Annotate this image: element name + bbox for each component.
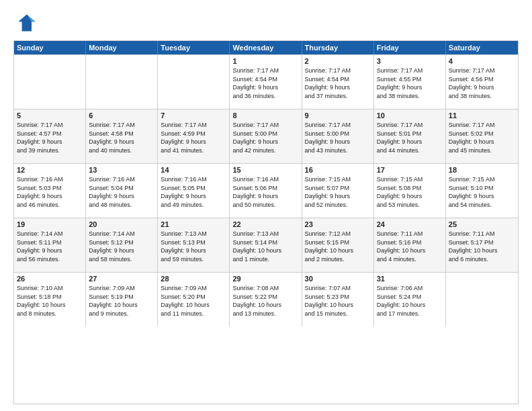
logo — [13, 11, 40, 35]
calendar-cell: 5Sunrise: 7:17 AM Sunset: 4:57 PM Daylig… — [14, 109, 86, 163]
calendar-cell: 21Sunrise: 7:13 AM Sunset: 5:13 PM Dayli… — [158, 218, 230, 272]
day-info: Sunrise: 7:17 AM Sunset: 5:01 PM Dayligh… — [377, 121, 443, 154]
calendar-cell: 10Sunrise: 7:17 AM Sunset: 5:01 PM Dayli… — [374, 109, 446, 163]
day-number: 4 — [449, 57, 515, 65]
day-number: 25 — [449, 220, 515, 228]
day-number: 29 — [232, 275, 298, 283]
calendar-week-1: 1Sunrise: 7:17 AM Sunset: 4:54 PM Daylig… — [14, 54, 518, 109]
day-info: Sunrise: 7:17 AM Sunset: 4:54 PM Dayligh… — [232, 66, 298, 100]
calendar-cell: 16Sunrise: 7:15 AM Sunset: 5:07 PM Dayli… — [302, 164, 374, 218]
calendar-cell: 20Sunrise: 7:14 AM Sunset: 5:12 PM Dayli… — [86, 218, 158, 272]
calendar-cell: 12Sunrise: 7:16 AM Sunset: 5:03 PM Dayli… — [14, 164, 86, 218]
day-info: Sunrise: 7:17 AM Sunset: 5:00 PM Dayligh… — [305, 121, 371, 154]
day-info: Sunrise: 7:11 AM Sunset: 5:17 PM Dayligh… — [449, 230, 515, 263]
day-info: Sunrise: 7:15 AM Sunset: 5:08 PM Dayligh… — [377, 175, 443, 209]
day-number: 6 — [89, 111, 154, 120]
day-number: 7 — [161, 111, 226, 120]
calendar: SundayMondayTuesdayWednesdayThursdayFrid… — [13, 40, 519, 404]
calendar-cell: 28Sunrise: 7:09 AM Sunset: 5:20 PM Dayli… — [158, 273, 230, 326]
day-number: 14 — [161, 166, 226, 174]
day-number: 27 — [89, 275, 154, 283]
weekday-header-tuesday: Tuesday — [158, 41, 230, 54]
calendar-cell: 17Sunrise: 7:15 AM Sunset: 5:08 PM Dayli… — [374, 164, 446, 218]
day-info: Sunrise: 7:09 AM Sunset: 5:20 PM Dayligh… — [161, 284, 226, 318]
header — [13, 11, 519, 35]
day-info: Sunrise: 7:16 AM Sunset: 5:04 PM Dayligh… — [89, 175, 154, 209]
day-number: 5 — [17, 111, 83, 120]
weekday-header-saturday: Saturday — [446, 41, 518, 54]
day-number: 3 — [377, 57, 443, 65]
day-number: 2 — [305, 57, 371, 65]
day-number: 31 — [377, 275, 443, 283]
day-number: 11 — [449, 111, 515, 120]
calendar-cell: 30Sunrise: 7:07 AM Sunset: 5:23 PM Dayli… — [302, 273, 374, 326]
calendar-cell: 26Sunrise: 7:10 AM Sunset: 5:18 PM Dayli… — [14, 273, 86, 326]
weekday-header-monday: Monday — [86, 41, 158, 54]
calendar-cell: 24Sunrise: 7:11 AM Sunset: 5:16 PM Dayli… — [374, 218, 446, 272]
calendar-cell: 23Sunrise: 7:12 AM Sunset: 5:15 PM Dayli… — [302, 218, 374, 272]
day-info: Sunrise: 7:16 AM Sunset: 5:03 PM Dayligh… — [17, 175, 83, 209]
calendar-week-3: 12Sunrise: 7:16 AM Sunset: 5:03 PM Dayli… — [14, 163, 518, 218]
day-info: Sunrise: 7:16 AM Sunset: 5:06 PM Dayligh… — [232, 175, 298, 209]
day-info: Sunrise: 7:17 AM Sunset: 4:55 PM Dayligh… — [377, 66, 443, 100]
day-info: Sunrise: 7:17 AM Sunset: 5:00 PM Dayligh… — [232, 121, 298, 154]
calendar-cell — [446, 273, 518, 326]
day-number: 24 — [377, 220, 443, 228]
day-info: Sunrise: 7:09 AM Sunset: 5:19 PM Dayligh… — [89, 284, 154, 318]
calendar-cell: 14Sunrise: 7:16 AM Sunset: 5:05 PM Dayli… — [158, 164, 230, 218]
day-number: 17 — [377, 166, 443, 174]
calendar-cell — [86, 55, 158, 109]
calendar-cell: 11Sunrise: 7:17 AM Sunset: 5:02 PM Dayli… — [446, 109, 518, 163]
calendar-week-4: 19Sunrise: 7:14 AM Sunset: 5:11 PM Dayli… — [14, 218, 518, 272]
day-info: Sunrise: 7:14 AM Sunset: 5:11 PM Dayligh… — [17, 230, 83, 263]
calendar-week-2: 5Sunrise: 7:17 AM Sunset: 4:57 PM Daylig… — [14, 109, 518, 163]
day-number: 8 — [232, 111, 298, 120]
day-info: Sunrise: 7:10 AM Sunset: 5:18 PM Dayligh… — [17, 284, 83, 318]
calendar-cell — [158, 55, 230, 109]
calendar-cell: 19Sunrise: 7:14 AM Sunset: 5:11 PM Dayli… — [14, 218, 86, 272]
calendar-cell: 22Sunrise: 7:13 AM Sunset: 5:14 PM Dayli… — [230, 218, 302, 272]
logo-icon — [13, 11, 38, 35]
weekday-header-wednesday: Wednesday — [230, 41, 302, 54]
calendar-cell: 7Sunrise: 7:17 AM Sunset: 4:59 PM Daylig… — [158, 109, 230, 163]
day-info: Sunrise: 7:14 AM Sunset: 5:12 PM Dayligh… — [89, 230, 154, 263]
day-info: Sunrise: 7:06 AM Sunset: 5:24 PM Dayligh… — [377, 284, 443, 318]
weekday-header-thursday: Thursday — [302, 41, 374, 54]
day-info: Sunrise: 7:17 AM Sunset: 4:58 PM Dayligh… — [89, 121, 154, 154]
day-number: 21 — [161, 220, 226, 228]
day-number: 1 — [232, 57, 298, 65]
day-number: 28 — [161, 275, 226, 283]
weekday-header-sunday: Sunday — [14, 41, 86, 54]
calendar-week-5: 26Sunrise: 7:10 AM Sunset: 5:18 PM Dayli… — [14, 272, 518, 326]
day-info: Sunrise: 7:17 AM Sunset: 5:02 PM Dayligh… — [449, 121, 515, 154]
svg-marker-0 — [18, 14, 35, 31]
calendar-cell: 15Sunrise: 7:16 AM Sunset: 5:06 PM Dayli… — [230, 164, 302, 218]
page: SundayMondayTuesdayWednesdayThursdayFrid… — [0, 0, 532, 411]
day-info: Sunrise: 7:17 AM Sunset: 4:54 PM Dayligh… — [305, 66, 371, 100]
calendar-cell: 4Sunrise: 7:17 AM Sunset: 4:56 PM Daylig… — [446, 55, 518, 109]
day-number: 20 — [89, 220, 154, 228]
calendar-cell: 25Sunrise: 7:11 AM Sunset: 5:17 PM Dayli… — [446, 218, 518, 272]
day-number: 15 — [232, 166, 298, 174]
day-info: Sunrise: 7:17 AM Sunset: 4:57 PM Dayligh… — [17, 121, 83, 154]
calendar-header: SundayMondayTuesdayWednesdayThursdayFrid… — [14, 41, 518, 54]
calendar-cell: 2Sunrise: 7:17 AM Sunset: 4:54 PM Daylig… — [302, 55, 374, 109]
day-info: Sunrise: 7:16 AM Sunset: 5:05 PM Dayligh… — [161, 175, 226, 209]
calendar-cell — [14, 55, 86, 109]
day-number: 19 — [17, 220, 83, 228]
calendar-cell: 1Sunrise: 7:17 AM Sunset: 4:54 PM Daylig… — [230, 55, 302, 109]
day-info: Sunrise: 7:13 AM Sunset: 5:14 PM Dayligh… — [232, 230, 298, 263]
weekday-header-friday: Friday — [374, 41, 446, 54]
day-number: 16 — [305, 166, 371, 174]
day-info: Sunrise: 7:08 AM Sunset: 5:22 PM Dayligh… — [232, 284, 298, 318]
calendar-cell: 9Sunrise: 7:17 AM Sunset: 5:00 PM Daylig… — [302, 109, 374, 163]
calendar-cell: 8Sunrise: 7:17 AM Sunset: 5:00 PM Daylig… — [230, 109, 302, 163]
calendar-cell: 27Sunrise: 7:09 AM Sunset: 5:19 PM Dayli… — [86, 273, 158, 326]
day-info: Sunrise: 7:07 AM Sunset: 5:23 PM Dayligh… — [305, 284, 371, 318]
day-number: 10 — [377, 111, 443, 120]
calendar-cell: 13Sunrise: 7:16 AM Sunset: 5:04 PM Dayli… — [86, 164, 158, 218]
day-number: 23 — [305, 220, 371, 228]
calendar-body: 1Sunrise: 7:17 AM Sunset: 4:54 PM Daylig… — [14, 54, 518, 326]
calendar-cell: 6Sunrise: 7:17 AM Sunset: 4:58 PM Daylig… — [86, 109, 158, 163]
day-number: 9 — [305, 111, 371, 120]
